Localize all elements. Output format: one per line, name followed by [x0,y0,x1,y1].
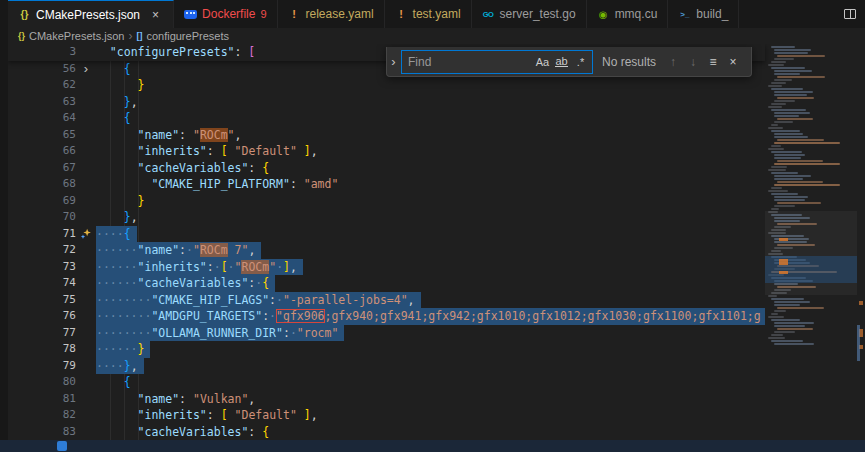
code-line-75[interactable]: 75········"CMAKE_HIP_FLAGS":·"-parallel-… [8,292,865,309]
code-line-68[interactable]: 68 "CMAKE_HIP_PLATFORM": "amd" [8,176,865,193]
gutter-decoration [76,209,96,226]
code-line-72[interactable]: 72······"name":·"ROCm 7", [8,242,865,259]
tab-release-yaml[interactable]: !release.yaml [278,0,385,28]
code-line-74[interactable]: 74······"cacheVariables":·{ [8,275,865,292]
split-editor-icon[interactable] [844,9,856,19]
line-content: ······"name":·"ROCm 7", [96,242,865,259]
tab-server-test-go[interactable]: GOserver_test.go [472,0,587,28]
fold-collapsed-icon[interactable]: › [76,61,96,78]
cuda-icon: ◉ [597,9,610,20]
code-lines: 56› {62 }63 },64 {65 "name": "ROCm",66 "… [8,61,865,441]
code-line-65[interactable]: 65 "name": "ROCm", [8,127,865,144]
gutter-decoration [76,292,96,309]
gutter-decoration [76,193,96,210]
line-content: "cacheVariables": { [96,160,865,177]
find-widget: › Aa ab .* No results ↑ ↓ ≡ × [386,47,752,77]
tab-label: server_test.go [500,7,576,21]
find-in-selection-button[interactable]: ≡ [703,52,723,72]
tab-label: build_ [696,7,728,21]
close-icon[interactable]: × [148,8,163,22]
code-line-81[interactable]: 81 "name": "Vulkan", [8,391,865,408]
tab-mmq-cu[interactable]: ◉mmq.cu [587,0,669,28]
find-input[interactable] [408,55,533,69]
docker-icon [184,10,197,19]
line-content: "inherits": [ "Default" ], [96,407,865,424]
tab-bar: {}CMakePresets.json×Dockerfile9!release.… [8,0,865,28]
line-content: } [96,77,865,94]
gutter-decoration [76,94,96,111]
tab-build-[interactable]: >_build_ [668,0,739,28]
breadcrumb-file[interactable]: CMakePresets.json [29,30,124,42]
line-number: 83 [8,424,76,441]
line-content: }, [96,209,865,226]
minimap[interactable] [765,44,857,440]
gutter-decoration [76,374,96,391]
go-icon: GO [482,10,495,19]
status-bar [0,440,865,452]
code-line-63[interactable]: 63 }, [8,94,865,111]
code-line-73[interactable]: 73······"inherits":·[·"ROCm"·], [8,259,865,276]
code-editor[interactable]: 56› {62 }63 },64 {65 "name": "ROCm",66 "… [8,44,865,440]
breadcrumb-symbol[interactable]: configurePresets [146,30,229,42]
line-content: ········"AMDGPU_TARGETS":·"gfx906;gfx940… [96,308,865,325]
code-line-79[interactable]: 79····}, [8,358,865,375]
find-next-button[interactable]: ↓ [683,52,703,72]
line-number: 81 [8,391,76,408]
tab-test-yaml[interactable]: !test.yaml [385,0,472,28]
shell-icon: >_ [678,10,691,19]
gutter-decoration [76,391,96,408]
line-content: { [96,110,865,127]
ruler-selection-mark [857,325,860,361]
find-results-status: No results [602,55,656,69]
copilot-sparkle-icon[interactable] [76,226,96,243]
line-content: { [96,374,865,391]
gutter-decoration [76,110,96,127]
line-content: } [96,193,865,210]
toggle-replace-chevron-icon[interactable]: › [387,47,400,76]
find-close-button[interactable]: × [723,52,743,72]
code-line-66[interactable]: 66 "inherits": [ "Default" ], [8,143,865,160]
line-number: 74 [8,275,76,292]
regex-button[interactable]: .* [571,52,590,72]
gutter-decoration [76,358,96,375]
line-content: "cacheVariables": { [96,424,865,441]
ruler-match-mark [859,301,863,305]
code-line-78[interactable]: 78······} [8,341,865,358]
tab-label: mmq.cu [615,7,658,21]
code-line-80[interactable]: 80 { [8,374,865,391]
whole-word-button[interactable]: ab [552,52,571,72]
line-content: }, [96,94,865,111]
line-number: 79 [8,358,76,375]
code-line-70[interactable]: 70 }, [8,209,865,226]
gutter-decoration [76,308,96,325]
code-line-76[interactable]: 76········"AMDGPU_TARGETS":·"gfx906;gfx9… [8,308,865,325]
line-content: ······} [96,341,865,358]
gutter-decoration [76,242,96,259]
line-number: 76 [8,308,76,325]
gutter-decoration [76,176,96,193]
code-line-64[interactable]: 64 { [8,110,865,127]
line-content: ······"inherits":·[·"ROCm"·], [96,259,865,276]
tab-label: Dockerfile [202,7,255,21]
code-line-62[interactable]: 62 } [8,77,865,94]
code-line-67[interactable]: 67 "cacheVariables": { [8,160,865,177]
tabs-container: {}CMakePresets.json×Dockerfile9!release.… [8,0,739,28]
code-line-83[interactable]: 83 "cacheVariables": { [8,424,865,441]
code-line-77[interactable]: 77········"OLLAMA_RUNNER_DIR":·"rocm" [8,325,865,342]
find-previous-button[interactable]: ↑ [663,52,683,72]
gutter-decoration [76,275,96,292]
vscode-window: {}CMakePresets.json×Dockerfile9!release.… [0,0,865,452]
gutter-decoration [76,424,96,441]
code-line-69[interactable]: 69 } [8,193,865,210]
find-input-box: Aa ab .* [401,50,593,74]
code-line-71[interactable]: 71····{ [8,226,865,243]
code-line-82[interactable]: 82 "inherits": [ "Default" ], [8,407,865,424]
line-number: 65 [8,127,76,144]
activity-strip [0,0,8,440]
warning-icon: ! [395,8,408,20]
line-number: 71 [8,226,76,243]
tab-cmakepresets-json[interactable]: {}CMakePresets.json× [8,0,174,28]
tab-dockerfile[interactable]: Dockerfile9 [174,0,277,28]
remote-indicator-icon[interactable] [57,441,67,451]
match-case-button[interactable]: Aa [533,52,552,72]
